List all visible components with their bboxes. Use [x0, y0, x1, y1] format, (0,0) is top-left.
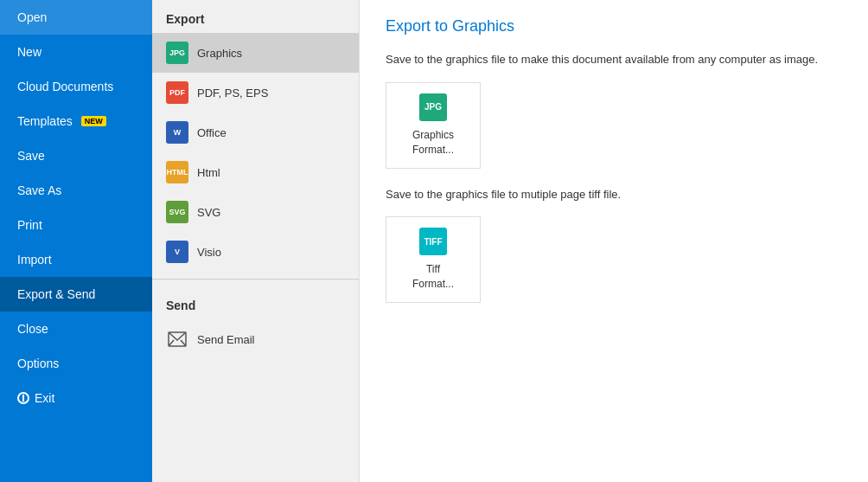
sidebar-item-exit[interactable]: Exit [0, 381, 152, 415]
export-section-title: Export [152, 0, 359, 33]
description2: Save to the graphics file to mutiple pag… [386, 186, 842, 203]
right-panel: Export to Graphics Save to the graphics … [360, 0, 868, 482]
sidebar-item-label: Print [17, 218, 42, 232]
sidebar-item-label: Export & Send [17, 287, 95, 301]
graphics-format-card[interactable]: JPG GraphicsFormat... [386, 82, 481, 169]
graphics-card-label: GraphicsFormat... [412, 128, 454, 157]
send-item-label: Send Email [197, 333, 254, 346]
export-items-list: JPGGraphicsPDFPDF, PS, EPSWOfficeHTMLHtm… [152, 33, 359, 272]
export-item-label: SVG [197, 206, 220, 219]
section-divider [152, 279, 359, 280]
export-item-html[interactable]: HTMLHtml [152, 152, 359, 192]
export-item-office[interactable]: WOffice [152, 112, 359, 152]
jpg-card-icon: JPG [419, 93, 447, 121]
sidebar-item-print[interactable]: Print [0, 208, 152, 242]
export-item-svg[interactable]: SVGSVG [152, 192, 359, 232]
sidebar-item-label: Templates [17, 114, 73, 128]
svg-line-1 [169, 340, 174, 346]
export-item-label: Visio [197, 246, 221, 259]
panel-title: Export to Graphics [386, 17, 842, 35]
send-section-title: Send [152, 286, 359, 319]
sidebar-item-open[interactable]: Open [0, 0, 152, 35]
office-icon: W [166, 121, 188, 144]
email-icon [166, 328, 188, 350]
pdf-icon: PDF [166, 81, 188, 104]
middle-panel: Export JPGGraphicsPDFPDF, PS, EPSWOffice… [152, 0, 360, 482]
sidebar-item-label: Import [17, 253, 52, 267]
export-item-graphics[interactable]: JPGGraphics [152, 33, 359, 73]
sidebar-item-save-as[interactable]: Save As [0, 173, 152, 208]
tiff-card-icon: TIFF [419, 228, 447, 255]
send-item-send-email[interactable]: Send Email [152, 319, 359, 359]
exit-icon [17, 392, 29, 404]
sidebar-item-import[interactable]: Import [0, 242, 152, 277]
sidebar-item-cloud-documents[interactable]: Cloud Documents [0, 69, 152, 104]
sidebar-item-label: Options [17, 357, 59, 370]
sidebar-item-label: Save [17, 149, 45, 163]
sidebar-item-export-send[interactable]: Export & Send [0, 277, 152, 312]
new-badge: NEW [81, 116, 106, 126]
sidebar-item-label: Save As [17, 183, 61, 197]
export-item-label: Html [197, 166, 220, 179]
sidebar-item-close[interactable]: Close [0, 312, 152, 346]
tiff-card-label: TiffFormat... [412, 262, 454, 292]
export-item-label: PDF, PS, EPS [197, 87, 268, 100]
sidebar-item-templates[interactable]: TemplatesNEW [0, 104, 152, 138]
sidebar-item-label: Cloud Documents [17, 80, 113, 93]
export-item-label: Graphics [197, 47, 242, 60]
sidebar-item-label: Open [17, 10, 47, 24]
svg-icon: SVG [166, 201, 188, 223]
export-item-visio[interactable]: VVisio [152, 232, 359, 272]
sidebar-item-label: Exit [35, 391, 54, 405]
sidebar-item-label: Close [17, 322, 48, 336]
graphics-icon: JPG [166, 42, 188, 64]
sidebar: OpenNewCloud DocumentsTemplatesNEWSaveSa… [0, 0, 152, 482]
html-icon: HTML [166, 161, 188, 183]
sidebar-item-new[interactable]: New [0, 35, 152, 69]
export-item-pdf[interactable]: PDFPDF, PS, EPS [152, 73, 359, 112]
sidebar-item-options[interactable]: Options [0, 346, 152, 381]
visio-icon: V [166, 241, 188, 263]
send-items-list: Send Email [152, 319, 359, 359]
description1: Save to the graphics file to make this d… [386, 51, 842, 68]
svg-line-2 [181, 340, 186, 346]
sidebar-item-label: New [17, 45, 41, 59]
tiff-format-card[interactable]: TIFF TiffFormat... [386, 216, 481, 303]
export-item-label: Office [197, 126, 227, 139]
sidebar-item-save[interactable]: Save [0, 138, 152, 173]
